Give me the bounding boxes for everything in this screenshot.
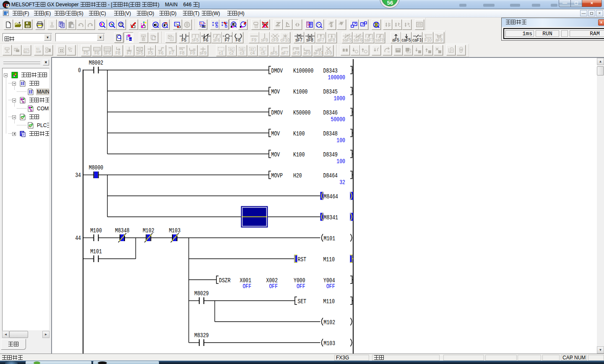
svg-text:34: 34	[75, 172, 81, 179]
svg-text:DSZR: DSZR	[219, 277, 231, 284]
svg-text:M102: M102	[324, 319, 336, 326]
svg-text:D8345: D8345	[323, 88, 338, 96]
svg-text:MOV: MOV	[271, 88, 280, 96]
svg-text:100: 100	[336, 137, 345, 144]
svg-text:D8346: D8346	[323, 109, 338, 117]
svg-text:M8348: M8348	[115, 227, 130, 234]
svg-text:D8349: D8349	[323, 151, 338, 159]
svg-text:44: 44	[75, 235, 81, 242]
svg-text:OFF: OFF	[326, 283, 335, 290]
svg-text:0: 0	[78, 67, 81, 74]
svg-text:M103: M103	[324, 340, 336, 347]
svg-text:M8029: M8029	[194, 290, 209, 297]
svg-text:M8000: M8000	[89, 164, 104, 172]
svg-text:M100: M100	[90, 227, 102, 234]
svg-text:H20: H20	[293, 172, 302, 179]
svg-text:K100000: K100000	[293, 68, 313, 75]
svg-text:M101: M101	[324, 235, 336, 242]
svg-text:DMOV: DMOV	[271, 109, 283, 117]
svg-text:K1000: K1000	[293, 88, 308, 96]
svg-text:MOVP: MOVP	[271, 172, 283, 179]
svg-text:D8464: D8464	[323, 172, 338, 179]
svg-text:D8348: D8348	[323, 130, 338, 138]
svg-text:M8329: M8329	[194, 332, 209, 339]
svg-text:RST: RST	[298, 256, 307, 263]
svg-text:M110: M110	[323, 298, 335, 305]
svg-text:K100: K100	[293, 130, 305, 138]
svg-text:M8002: M8002	[89, 60, 104, 67]
svg-text:SET: SET	[298, 298, 307, 305]
svg-text:M110: M110	[323, 256, 335, 263]
svg-text:D8343: D8343	[323, 68, 338, 75]
svg-text:OFF: OFF	[297, 283, 305, 290]
svg-text:1000: 1000	[333, 95, 345, 102]
svg-text:M101: M101	[90, 248, 102, 255]
svg-text:OFF: OFF	[242, 283, 251, 290]
svg-text:M8464: M8464	[324, 193, 338, 200]
svg-text:K50000: K50000	[293, 109, 310, 117]
svg-text:MOV: MOV	[271, 151, 280, 159]
svg-text:OFF: OFF	[269, 283, 278, 290]
svg-text:50000: 50000	[331, 116, 346, 123]
svg-text:32: 32	[339, 179, 345, 186]
svg-text:DMOV: DMOV	[271, 68, 283, 75]
svg-text:MOV: MOV	[271, 130, 280, 138]
svg-text:M8341: M8341	[324, 214, 338, 221]
svg-text:K100: K100	[293, 151, 305, 159]
svg-text:100000: 100000	[328, 74, 345, 81]
svg-text:100: 100	[336, 158, 345, 165]
